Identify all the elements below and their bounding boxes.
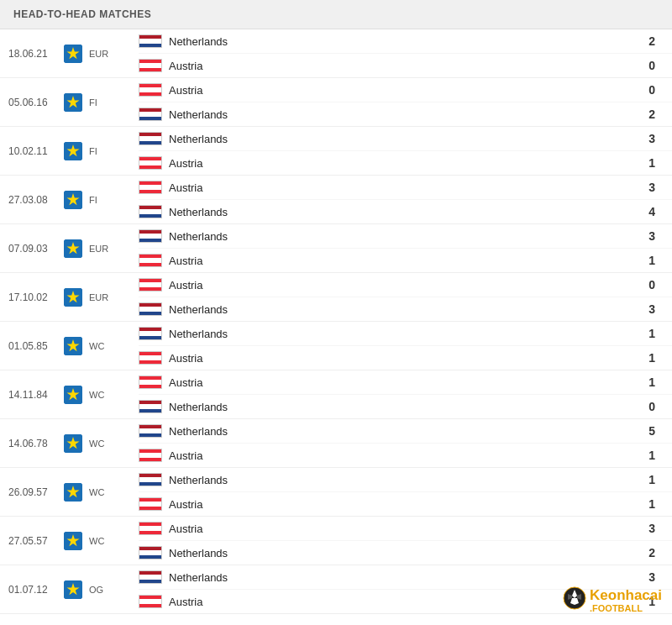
competition-label: WC: [89, 390, 113, 400]
team-name: Netherlands: [169, 474, 640, 486]
competition-label: EUR: [89, 292, 113, 302]
teams-column: Austria0Netherlands2: [139, 78, 672, 126]
team-score: 0: [647, 278, 672, 291]
match-meta: 01.05.85 WC: [0, 337, 139, 355]
competition-label: WC: [89, 439, 113, 449]
match-date: 18.06.21: [8, 48, 57, 60]
competition-badge: [64, 142, 82, 160]
competition-badge: [64, 288, 82, 307]
team-row: Austria3: [139, 176, 672, 200]
team-name: Netherlands: [169, 328, 640, 340]
team-name: Austria: [169, 157, 640, 170]
competition-badge: [64, 45, 82, 63]
competition-badge: [64, 337, 82, 355]
match-date: 01.07.12: [8, 584, 57, 596]
team-row: Netherlands2: [139, 29, 672, 54]
match-row-0: 18.06.21 EURNetherlands2Austria0: [0, 29, 672, 78]
watermark: Keonhacai .FOOTBALL: [563, 586, 662, 615]
team-row: Austria1: [139, 249, 672, 272]
at-flag: [139, 181, 162, 194]
team-name: Austria: [169, 255, 640, 267]
match-date: 01.05.85: [8, 340, 57, 352]
at-flag: [139, 83, 162, 97]
at-flag: [139, 59, 162, 72]
team-row: Netherlands2: [139, 102, 672, 126]
team-row: Netherlands1: [139, 468, 672, 492]
team-row: Austria0: [139, 54, 672, 77]
competition-badge: [64, 483, 82, 502]
team-row: Austria1: [139, 444, 672, 467]
match-meta: 14.06.78 WC: [0, 434, 139, 453]
team-row: Austria0: [139, 78, 672, 102]
match-row-10: 27.05.57 WCAustria3Netherlands2: [0, 517, 672, 565]
team-name: Austria: [169, 181, 640, 194]
nl-flag: [139, 34, 162, 48]
match-row-7: 14.11.84 WCAustria1Netherlands0: [0, 370, 672, 419]
match-meta: 27.05.57 WC: [0, 532, 139, 550]
match-date: 05.06.16: [8, 97, 57, 108]
team-name: Netherlands: [169, 108, 640, 121]
competition-badge: [64, 434, 82, 453]
team-score: 1: [647, 473, 672, 486]
nl-flag: [139, 546, 162, 559]
team-name: Netherlands: [169, 547, 640, 559]
match-meta: 14.11.84 WC: [0, 386, 139, 404]
team-score: 3: [647, 522, 672, 535]
competition-badge: [64, 386, 82, 404]
match-meta: 18.06.21 EUR: [0, 45, 139, 63]
competition-badge: [64, 191, 82, 209]
competition-badge: [64, 580, 82, 599]
team-score: 1: [647, 449, 672, 462]
team-name: Netherlands: [169, 230, 640, 243]
team-score: 3: [647, 570, 672, 584]
teams-column: Austria3Netherlands4: [139, 176, 672, 223]
at-flag: [139, 156, 162, 170]
at-flag: [139, 497, 162, 511]
competition-badge: [64, 239, 82, 258]
match-date: 14.06.78: [8, 438, 57, 449]
match-date: 27.05.57: [8, 535, 57, 547]
team-name: Netherlands: [169, 206, 640, 218]
competition-badge: [64, 93, 82, 112]
team-score: 2: [647, 546, 672, 559]
team-score: 1: [647, 327, 672, 340]
match-meta: 05.06.16 FI: [0, 93, 139, 112]
team-score: 3: [647, 302, 672, 316]
team-score: 1: [647, 497, 672, 511]
team-score: 2: [647, 108, 672, 121]
competition-label: EUR: [89, 244, 113, 254]
ball-icon: [563, 586, 586, 615]
team-score: 3: [647, 132, 672, 145]
team-row: Austria0: [139, 273, 672, 297]
nl-flag: [139, 132, 162, 145]
nl-flag: [139, 302, 162, 316]
match-date: 10.02.11: [8, 145, 57, 157]
nl-flag: [139, 400, 162, 413]
teams-column: Netherlands2Austria0: [139, 29, 672, 77]
team-row: Netherlands3: [139, 297, 672, 321]
nl-flag: [139, 570, 162, 584]
team-row: Austria1: [139, 370, 672, 395]
team-name: Netherlands: [169, 303, 640, 316]
at-flag: [139, 254, 162, 267]
match-meta: 01.07.12 OG: [0, 580, 139, 599]
nl-flag: [139, 473, 162, 486]
competition-label: FI: [89, 195, 113, 205]
at-flag: [139, 376, 162, 389]
teams-column: Netherlands3Austria1: [139, 224, 672, 272]
team-score: 1: [647, 351, 672, 365]
team-name: Austria: [169, 60, 640, 72]
at-flag: [139, 449, 162, 462]
team-name: Netherlands: [169, 401, 640, 413]
match-date: 14.11.84: [8, 389, 57, 401]
at-flag: [139, 351, 162, 365]
at-flag: [139, 278, 162, 291]
team-score: 0: [647, 59, 672, 72]
match-date: 26.09.57: [8, 486, 57, 498]
team-row: Netherlands4: [139, 200, 672, 223]
team-row: Netherlands5: [139, 419, 672, 444]
team-score: 5: [647, 424, 672, 438]
team-row: Netherlands3: [139, 224, 672, 249]
team-score: 0: [647, 83, 672, 97]
team-score: 3: [647, 229, 672, 243]
